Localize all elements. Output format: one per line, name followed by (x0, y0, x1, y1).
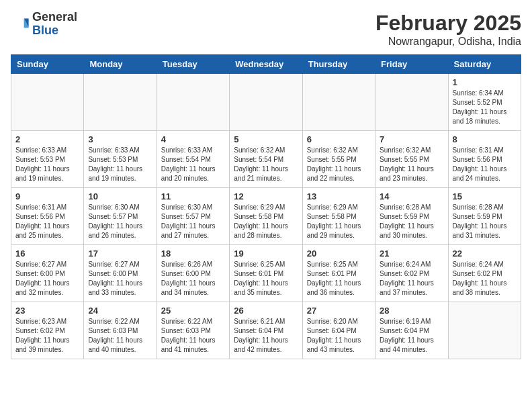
day-number: 23 (15, 306, 79, 316)
location-subtitle: Nowrangapur, Odisha, India (375, 36, 521, 48)
col-friday: Friday (375, 55, 448, 74)
day-number: 8 (453, 134, 517, 144)
day-number: 5 (234, 134, 298, 144)
table-row: 3Sunrise: 6:33 AM Sunset: 5:53 PM Daylig… (84, 131, 157, 188)
table-row: 26Sunrise: 6:21 AM Sunset: 6:04 PM Dayli… (230, 302, 302, 359)
logo: General Blue (11, 11, 77, 38)
day-info: Sunrise: 6:24 AM Sunset: 6:02 PM Dayligh… (380, 260, 443, 298)
table-row: 4Sunrise: 6:33 AM Sunset: 5:54 PM Daylig… (157, 131, 229, 188)
day-info: Sunrise: 6:22 AM Sunset: 6:03 PM Dayligh… (88, 317, 152, 355)
day-info: Sunrise: 6:27 AM Sunset: 6:00 PM Dayligh… (15, 260, 79, 298)
day-info: Sunrise: 6:29 AM Sunset: 5:58 PM Dayligh… (307, 203, 371, 240)
col-monday: Monday (84, 55, 157, 74)
table-row: 23Sunrise: 6:23 AM Sunset: 6:02 PM Dayli… (11, 302, 84, 359)
table-row: 1Sunrise: 6:34 AM Sunset: 5:52 PM Daylig… (448, 74, 521, 131)
calendar-week-row: 23Sunrise: 6:23 AM Sunset: 6:02 PM Dayli… (11, 302, 521, 359)
day-number: 14 (380, 191, 443, 201)
col-sunday: Sunday (11, 55, 84, 74)
day-number: 19 (234, 248, 298, 259)
day-number: 16 (15, 248, 79, 259)
day-info: Sunrise: 6:30 AM Sunset: 5:57 PM Dayligh… (161, 203, 225, 240)
day-info: Sunrise: 6:30 AM Sunset: 5:57 PM Dayligh… (88, 203, 152, 240)
table-row: 25Sunrise: 6:22 AM Sunset: 6:03 PM Dayli… (157, 302, 229, 359)
day-info: Sunrise: 6:23 AM Sunset: 6:02 PM Dayligh… (15, 317, 79, 355)
table-row (11, 74, 84, 131)
day-info: Sunrise: 6:25 AM Sunset: 6:01 PM Dayligh… (234, 260, 298, 298)
col-wednesday: Wednesday (230, 55, 302, 74)
table-row: 21Sunrise: 6:24 AM Sunset: 6:02 PM Dayli… (375, 245, 448, 302)
col-saturday: Saturday (448, 55, 521, 74)
table-row (375, 74, 448, 131)
day-number: 25 (161, 306, 225, 316)
day-number: 6 (307, 134, 371, 144)
day-info: Sunrise: 6:34 AM Sunset: 5:52 PM Dayligh… (453, 89, 517, 126)
day-info: Sunrise: 6:32 AM Sunset: 5:55 PM Dayligh… (380, 146, 443, 183)
calendar-week-row: 9Sunrise: 6:31 AM Sunset: 5:56 PM Daylig… (11, 188, 521, 245)
logo-general-text: General (32, 10, 77, 24)
table-row (302, 74, 375, 131)
day-info: Sunrise: 6:33 AM Sunset: 5:53 PM Dayligh… (15, 146, 79, 183)
page-header: General Blue February 2025 Nowrangapur, … (11, 11, 521, 48)
day-number: 10 (88, 191, 152, 201)
table-row: 14Sunrise: 6:28 AM Sunset: 5:59 PM Dayli… (375, 188, 448, 245)
day-number: 17 (88, 248, 152, 259)
table-row: 16Sunrise: 6:27 AM Sunset: 6:00 PM Dayli… (11, 245, 84, 302)
day-info: Sunrise: 6:19 AM Sunset: 6:04 PM Dayligh… (380, 317, 443, 355)
table-row: 19Sunrise: 6:25 AM Sunset: 6:01 PM Dayli… (230, 245, 302, 302)
day-number: 24 (88, 306, 152, 316)
day-number: 11 (161, 191, 225, 201)
day-info: Sunrise: 6:32 AM Sunset: 5:55 PM Dayligh… (307, 146, 371, 183)
day-number: 22 (453, 248, 517, 259)
day-info: Sunrise: 6:31 AM Sunset: 5:56 PM Dayligh… (15, 203, 79, 240)
table-row: 15Sunrise: 6:28 AM Sunset: 5:59 PM Dayli… (448, 188, 521, 245)
day-info: Sunrise: 6:28 AM Sunset: 5:59 PM Dayligh… (380, 203, 443, 240)
table-row: 10Sunrise: 6:30 AM Sunset: 5:57 PM Dayli… (84, 188, 157, 245)
table-row: 13Sunrise: 6:29 AM Sunset: 5:58 PM Dayli… (302, 188, 375, 245)
day-info: Sunrise: 6:21 AM Sunset: 6:04 PM Dayligh… (234, 317, 298, 355)
table-row: 5Sunrise: 6:32 AM Sunset: 5:54 PM Daylig… (230, 131, 302, 188)
table-row: 17Sunrise: 6:27 AM Sunset: 6:00 PM Dayli… (84, 245, 157, 302)
day-info: Sunrise: 6:22 AM Sunset: 6:03 PM Dayligh… (161, 317, 225, 355)
day-number: 1 (453, 77, 517, 87)
day-info: Sunrise: 6:32 AM Sunset: 5:54 PM Dayligh… (234, 146, 298, 183)
day-number: 18 (161, 248, 225, 259)
table-row: 28Sunrise: 6:19 AM Sunset: 6:04 PM Dayli… (375, 302, 448, 359)
day-number: 13 (307, 191, 371, 201)
logo-icon (11, 15, 30, 34)
col-tuesday: Tuesday (157, 55, 229, 74)
table-row: 22Sunrise: 6:24 AM Sunset: 6:02 PM Dayli… (448, 245, 521, 302)
day-info: Sunrise: 6:29 AM Sunset: 5:58 PM Dayligh… (234, 203, 298, 240)
table-row: 20Sunrise: 6:25 AM Sunset: 6:01 PM Dayli… (302, 245, 375, 302)
day-info: Sunrise: 6:27 AM Sunset: 6:00 PM Dayligh… (88, 260, 152, 298)
month-year-title: February 2025 (375, 11, 521, 36)
day-info: Sunrise: 6:20 AM Sunset: 6:04 PM Dayligh… (307, 317, 371, 355)
day-number: 12 (234, 191, 298, 201)
day-number: 4 (161, 134, 225, 144)
day-number: 28 (380, 306, 443, 316)
calendar-header-row: Sunday Monday Tuesday Wednesday Thursday… (11, 55, 521, 74)
table-row: 12Sunrise: 6:29 AM Sunset: 5:58 PM Dayli… (230, 188, 302, 245)
table-row (230, 74, 302, 131)
table-row: 7Sunrise: 6:32 AM Sunset: 5:55 PM Daylig… (375, 131, 448, 188)
day-number: 27 (307, 306, 371, 316)
col-thursday: Thursday (302, 55, 375, 74)
day-info: Sunrise: 6:33 AM Sunset: 5:53 PM Dayligh… (88, 146, 152, 183)
day-number: 3 (88, 134, 152, 144)
day-info: Sunrise: 6:33 AM Sunset: 5:54 PM Dayligh… (161, 146, 225, 183)
table-row: 18Sunrise: 6:26 AM Sunset: 6:00 PM Dayli… (157, 245, 229, 302)
day-number: 20 (307, 248, 371, 259)
day-info: Sunrise: 6:31 AM Sunset: 5:56 PM Dayligh… (453, 146, 517, 183)
day-info: Sunrise: 6:24 AM Sunset: 6:02 PM Dayligh… (453, 260, 517, 298)
day-number: 26 (234, 306, 298, 316)
table-row: 2Sunrise: 6:33 AM Sunset: 5:53 PM Daylig… (11, 131, 84, 188)
table-row (84, 74, 157, 131)
table-row: 27Sunrise: 6:20 AM Sunset: 6:04 PM Dayli… (302, 302, 375, 359)
logo-blue-text: Blue (32, 24, 58, 37)
calendar-week-row: 16Sunrise: 6:27 AM Sunset: 6:00 PM Dayli… (11, 245, 521, 302)
table-row: 24Sunrise: 6:22 AM Sunset: 6:03 PM Dayli… (84, 302, 157, 359)
table-row: 8Sunrise: 6:31 AM Sunset: 5:56 PM Daylig… (448, 131, 521, 188)
calendar-week-row: 2Sunrise: 6:33 AM Sunset: 5:53 PM Daylig… (11, 131, 521, 188)
day-number: 2 (15, 134, 79, 144)
day-info: Sunrise: 6:26 AM Sunset: 6:00 PM Dayligh… (161, 260, 225, 298)
day-number: 7 (380, 134, 443, 144)
